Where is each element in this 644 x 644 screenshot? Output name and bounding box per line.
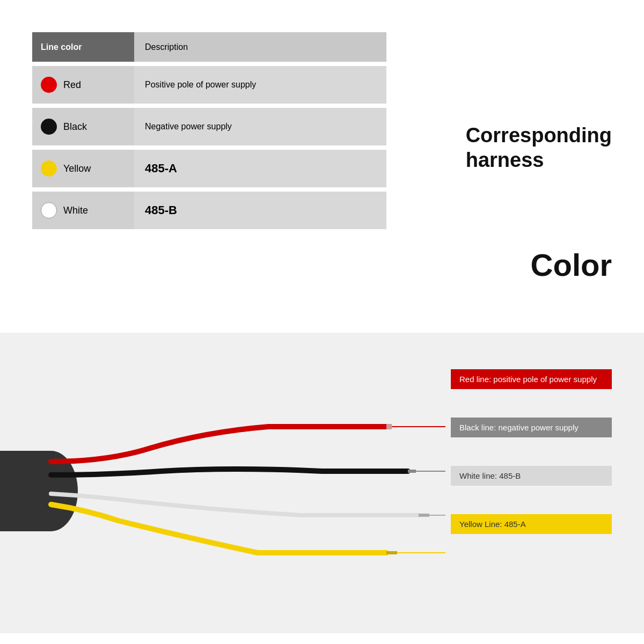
wire-label-yellow: Yellow Line: 485-A: [451, 514, 612, 534]
color-cell-yellow: Yellow: [32, 150, 134, 187]
table-row-red: Red Positive pole of power supply: [32, 66, 386, 104]
desc-yellow: 485-A: [145, 162, 177, 175]
circle-white: [41, 202, 57, 218]
wire-label-red-text: Red line: positive pole of power supply: [459, 375, 597, 384]
desc-cell-white: 485-B: [134, 192, 386, 229]
corresponding-line2: harness: [466, 149, 544, 171]
wire-diagram-section: Red line: positive pole of power supply …: [0, 333, 644, 633]
corresponding-line1: Corresponding: [466, 124, 612, 147]
wire-color-table: Line color Description Red Positive pole…: [32, 32, 386, 233]
desc-black: Negative power supply: [145, 122, 232, 131]
desc-white: 485-B: [145, 203, 177, 217]
color-cell-white: White: [32, 192, 134, 229]
wire-label-white-text: White line: 485-B: [459, 471, 521, 480]
desc-cell-yellow: 485-A: [134, 150, 386, 187]
wire-label-yellow-text: Yellow Line: 485-A: [459, 519, 526, 529]
header-color-cell: Line color: [32, 32, 134, 62]
circle-yellow: [41, 160, 57, 177]
header-color-label: Line color: [41, 42, 82, 52]
table-row-yellow: Yellow 485-A: [32, 150, 386, 187]
color-main-label: Color: [531, 247, 612, 283]
color-name-black: Black: [63, 121, 87, 133]
corresponding-harness-label: Corresponding harness: [466, 123, 612, 172]
circle-red: [41, 77, 57, 93]
header-desc-cell: Description: [134, 32, 386, 62]
wire-label-black-text: Black line: negative power supply: [459, 423, 579, 432]
circle-black: [41, 119, 57, 135]
color-name-white: White: [63, 205, 88, 216]
header-desc-label: Description: [145, 42, 188, 52]
table-row-white: White 485-B: [32, 192, 386, 229]
wire-label-white: White line: 485-B: [451, 466, 612, 486]
table-header-row: Line color Description: [32, 32, 386, 62]
wire-label-black: Black line: negative power supply: [451, 418, 612, 437]
wire-label-red: Red line: positive pole of power supply: [451, 369, 612, 389]
color-cell-red: Red: [32, 66, 134, 104]
desc-cell-black: Negative power supply: [134, 108, 386, 145]
svg-rect-2: [0, 451, 51, 531]
desc-red: Positive pole of power supply: [145, 80, 256, 90]
table-row-black: Black Negative power supply: [32, 108, 386, 145]
desc-cell-red: Positive pole of power supply: [134, 66, 386, 104]
color-name-yellow: Yellow: [63, 163, 91, 174]
color-cell-black: Black: [32, 108, 134, 145]
color-name-red: Red: [63, 79, 81, 91]
